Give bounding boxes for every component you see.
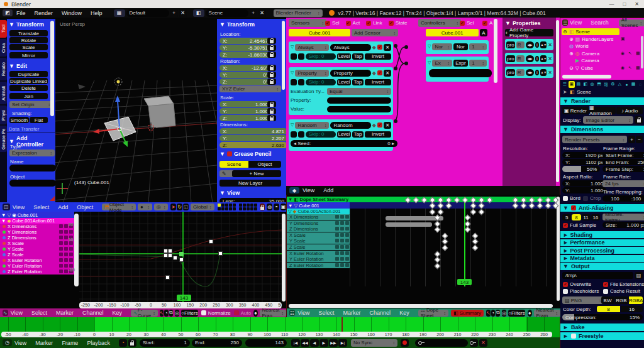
- frame-step-field[interactable]: Frame Step:1: [602, 166, 644, 172]
- delete-property-button[interactable]: ✕: [548, 56, 552, 62]
- menu-object[interactable]: Object: [77, 204, 93, 210]
- editor-type-icon[interactable]: ◷: [3, 339, 12, 346]
- viewport-3d[interactable]: User Persp (143) Cube.001 ToolCreaRelati…: [0, 18, 287, 212]
- menu-view[interactable]: View: [13, 204, 25, 210]
- channel-y-dimensions[interactable]: Y Dimensions: [0, 229, 74, 235]
- scene-select[interactable]: Scene: [206, 9, 248, 17]
- channel-y-scale[interactable]: Y Scale: [287, 238, 350, 244]
- lock-icon[interactable]: [267, 115, 276, 121]
- outliner-item-world[interactable]: ◍World: [560, 43, 644, 50]
- menu-marker[interactable]: Marker: [35, 340, 53, 346]
- sensor-type-select[interactable]: Random↕: [295, 122, 329, 129]
- resize-grip[interactable]: [50, 196, 55, 201]
- sensor-active-toggle[interactable]: ✓: [377, 45, 382, 50]
- channel-z-euler-rotation[interactable]: Z Euler Rotation: [0, 269, 74, 275]
- level-button[interactable]: Level: [337, 131, 351, 138]
- panel-header-properties[interactable]: ▼ Properties: [505, 20, 540, 26]
- sensors-act-toggle[interactable]: ✓Act: [346, 20, 360, 26]
- insert-keyframe-icon[interactable]: [470, 339, 478, 347]
- pivot-icon[interactable]: ●: [253, 310, 257, 317]
- menu-view[interactable]: View: [11, 310, 23, 316]
- skip-field[interactable]: Skip: 0: [306, 131, 336, 138]
- resolution-percentage-slider[interactable]: 50%: [562, 166, 600, 172]
- close-button[interactable]: ✕: [635, 1, 639, 7]
- sensor-active-toggle[interactable]: ✓: [377, 70, 382, 75]
- current-frame-field[interactable]: 143: [245, 339, 287, 347]
- copy-icon[interactable]: ⧉: [169, 310, 173, 317]
- sensor-output-socket[interactable]: [394, 119, 397, 123]
- channel-y-euler-rotation[interactable]: Y Euler Rotation: [0, 263, 74, 269]
- menu-key[interactable]: Key: [399, 310, 409, 316]
- sensors-filter-select[interactable]: Sensors↕: [289, 19, 326, 27]
- ghost-icon[interactable]: ◔: [491, 310, 496, 317]
- rgba-button[interactable]: RGBA: [629, 296, 643, 304]
- skip-field[interactable]: Skip: 0: [306, 79, 336, 85]
- editor-type-icon[interactable]: ◩: [3, 9, 13, 16]
- preset-add-button[interactable]: +: [628, 136, 635, 143]
- shade-flat-button[interactable]: Flat: [30, 117, 48, 123]
- expand-icon[interactable]: ⊖: [563, 29, 567, 35]
- pivot-select[interactable]: ◎↕: [154, 204, 169, 210]
- close-layout-button[interactable]: ✕: [179, 9, 187, 17]
- menu-channel[interactable]: Channel: [370, 310, 391, 316]
- screen-layout-icon[interactable]: ▦: [114, 9, 125, 17]
- editor-type-icon[interactable]: ☰: [562, 19, 568, 26]
- timeline[interactable]: -50-40-30-20-100102030405060708090100110…: [0, 317, 560, 348]
- npanel-scrollbar[interactable]: [282, 21, 285, 90]
- delete-sensor-button[interactable]: ✕: [384, 70, 391, 77]
- add-controller-select[interactable]: A: [480, 29, 487, 36]
- field-y[interactable]: Y:1.000: [219, 108, 271, 114]
- controller-input-socket[interactable]: [404, 45, 408, 49]
- menu-select[interactable]: Select: [31, 310, 47, 316]
- held-key-bar[interactable]: [386, 222, 432, 227]
- lock-icon[interactable]: [267, 45, 276, 51]
- aspect-x-field[interactable]: X:1.000: [562, 180, 606, 187]
- gp-scene-tab[interactable]: Scene: [219, 161, 248, 168]
- tap-button[interactable]: Tap: [352, 79, 364, 85]
- menu-view[interactable]: View: [297, 310, 309, 316]
- level-button[interactable]: Level: [337, 79, 351, 85]
- delete-sensor-button[interactable]: ✕: [384, 44, 391, 51]
- controller-state-select[interactable]: 1↕: [469, 43, 487, 50]
- layer-toggle-grid[interactable]: [218, 204, 257, 210]
- keyframe-diamond[interactable]: [435, 220, 441, 227]
- delete-property-button[interactable]: ✕: [548, 70, 552, 75]
- properties-tab-object[interactable]: ⬒: [596, 81, 602, 88]
- panel-header-transform-n[interactable]: ▼ Transform: [219, 21, 255, 28]
- snap-select[interactable]: Nearest Fram↕: [534, 310, 560, 317]
- field-x[interactable]: X:1.000: [219, 101, 271, 107]
- current-frame-line[interactable]: [464, 197, 465, 286]
- shade-smooth-button[interactable]: Smooth: [9, 117, 29, 123]
- render-icon[interactable]: ▣: [621, 36, 625, 41]
- channel-z-scale[interactable]: Z Scale: [287, 244, 350, 250]
- outliner-item-scene-selected[interactable]: ⊖◧Scene: [560, 28, 644, 35]
- channel-x-scale[interactable]: X Scale: [0, 241, 74, 246]
- play-reverse-button[interactable]: ◀: [310, 339, 319, 347]
- editor-type-icon[interactable]: ◆: [289, 187, 299, 193]
- keying-set-select[interactable]: [415, 339, 468, 347]
- menu-select[interactable]: Select: [319, 310, 335, 316]
- sensor-type-select[interactable]: Property↕: [295, 70, 329, 77]
- controller-type-select[interactable]: Nor↕: [432, 43, 452, 50]
- cam-icon[interactable]: ▦: [636, 65, 640, 70]
- debug-icon[interactable]: i: [535, 42, 540, 48]
- pin-icon[interactable]: ◆: [372, 45, 376, 50]
- channel-z-dimensions[interactable]: Z Dimensions: [0, 235, 74, 241]
- pulse-false-toggle[interactable]: [298, 53, 304, 60]
- tab-crea[interactable]: Crea: [0, 39, 7, 57]
- properties-tab-scene[interactable]: ◧: [582, 81, 589, 88]
- menu-help[interactable]: Help: [91, 10, 103, 16]
- dope-sheet[interactable]: ▼◧Dope Sheet Summary▼▽Cube.001▽◆Cube.001…: [286, 195, 560, 317]
- expand-icon[interactable]: ⊕: [569, 36, 574, 42]
- maximize-button[interactable]: □: [623, 1, 626, 7]
- properties-tab-world[interactable]: ◍: [589, 81, 596, 88]
- property-type-select[interactable]: R: [516, 69, 525, 76]
- manipulator-scale-icon[interactable]: ◱: [183, 204, 189, 210]
- add-game-property-button[interactable]: + Add Game Property: [505, 29, 553, 36]
- gp-new-layer-button[interactable]: New Layer: [219, 180, 281, 187]
- depth-16-button[interactable]: 16: [621, 306, 643, 312]
- menu-render[interactable]: Render: [35, 10, 53, 16]
- aa-sample-11-button[interactable]: 11: [582, 214, 591, 220]
- controller-block-nor[interactable]: ▽Nor↕Nor1↕: [426, 40, 489, 54]
- reorder-buttons[interactable]: ▲▼: [540, 69, 547, 76]
